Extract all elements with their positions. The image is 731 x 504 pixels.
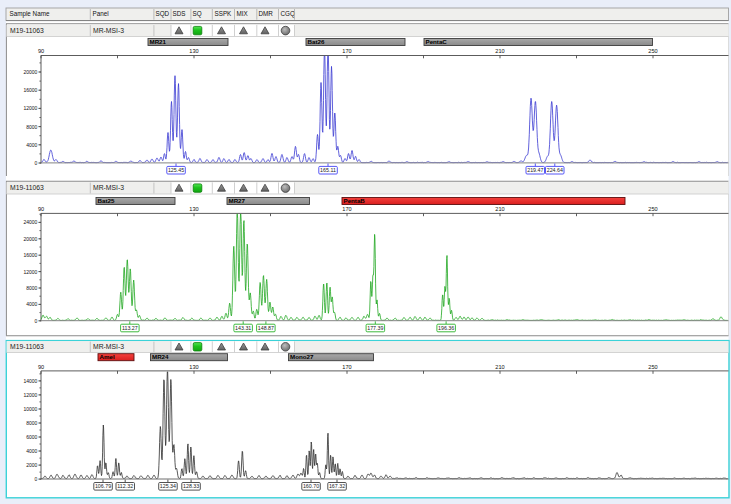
svg-text:8000: 8000 <box>26 420 37 426</box>
svg-text:210: 210 <box>495 48 504 54</box>
svg-text:14000: 14000 <box>23 378 37 384</box>
svg-text:SDS: SDS <box>173 10 186 17</box>
svg-text:143.31: 143.31 <box>235 325 251 331</box>
svg-text:4000: 4000 <box>26 142 37 148</box>
svg-text:250: 250 <box>648 364 657 370</box>
svg-text:Bat26: Bat26 <box>308 38 325 45</box>
svg-text:170: 170 <box>342 364 351 370</box>
svg-text:10000: 10000 <box>23 406 37 412</box>
svg-text:130: 130 <box>189 48 198 54</box>
svg-text:Bat25: Bat25 <box>98 197 115 204</box>
svg-text:MIX: MIX <box>237 10 249 17</box>
svg-text:250: 250 <box>648 48 657 54</box>
svg-text:170: 170 <box>342 48 351 54</box>
svg-text:12000: 12000 <box>23 392 37 398</box>
svg-text:6000: 6000 <box>26 434 37 440</box>
svg-text:148.87: 148.87 <box>258 325 274 331</box>
svg-text:219.47: 219.47 <box>527 167 543 173</box>
svg-text:MR-MSI-3: MR-MSI-3 <box>93 184 124 191</box>
svg-text:Amel: Amel <box>100 353 115 360</box>
svg-text:128.33: 128.33 <box>183 483 199 489</box>
svg-text:DMR: DMR <box>259 10 274 17</box>
svg-text:0: 0 <box>35 160 38 166</box>
svg-text:M19-11063: M19-11063 <box>10 184 44 191</box>
svg-text:0: 0 <box>35 476 38 482</box>
svg-text:106.79: 106.79 <box>95 483 111 489</box>
svg-text:SQ: SQ <box>193 10 202 18</box>
svg-text:113.27: 113.27 <box>122 325 138 331</box>
svg-text:8000: 8000 <box>26 285 37 291</box>
svg-text:125.34: 125.34 <box>160 483 176 489</box>
svg-text:MR24: MR24 <box>152 353 169 360</box>
svg-text:SSPK: SSPK <box>215 10 233 17</box>
svg-text:4000: 4000 <box>26 301 37 307</box>
svg-text:20000: 20000 <box>23 69 37 75</box>
svg-text:16000: 16000 <box>23 252 37 258</box>
svg-text:210: 210 <box>495 364 504 370</box>
svg-text:196.36: 196.36 <box>438 325 454 331</box>
svg-text:112.32: 112.32 <box>117 483 133 489</box>
svg-text:130: 130 <box>189 364 198 370</box>
svg-text:M19-11063: M19-11063 <box>10 27 44 34</box>
svg-text:8000: 8000 <box>26 124 37 130</box>
svg-text:MR27: MR27 <box>229 197 246 204</box>
svg-text:Sample Name: Sample Name <box>10 10 50 18</box>
svg-text:16000: 16000 <box>23 87 37 93</box>
svg-text:90: 90 <box>38 364 44 370</box>
svg-text:165.11: 165.11 <box>320 167 336 173</box>
svg-text:90: 90 <box>38 206 44 212</box>
svg-text:12000: 12000 <box>23 269 37 275</box>
svg-text:MR-MSI-3: MR-MSI-3 <box>93 343 124 350</box>
svg-text:0: 0 <box>35 318 38 324</box>
svg-text:MR-MSI-3: MR-MSI-3 <box>93 27 124 34</box>
svg-text:Mono27: Mono27 <box>290 353 314 360</box>
svg-text:Panel: Panel <box>93 10 109 17</box>
svg-text:90: 90 <box>38 48 44 54</box>
svg-text:2000: 2000 <box>26 462 37 468</box>
svg-text:250: 250 <box>648 206 657 212</box>
svg-text:PentaB: PentaB <box>344 197 366 204</box>
svg-text:MR21: MR21 <box>150 38 167 45</box>
svg-text:PentaC: PentaC <box>426 38 448 45</box>
svg-text:SQD: SQD <box>156 10 170 18</box>
svg-text:167.32: 167.32 <box>329 483 345 489</box>
svg-text:4000: 4000 <box>26 448 37 454</box>
svg-text:160.70: 160.70 <box>303 483 319 489</box>
svg-text:130: 130 <box>189 206 198 212</box>
svg-text:24000: 24000 <box>23 219 37 225</box>
svg-text:CGQ: CGQ <box>281 10 295 18</box>
svg-text:177.39: 177.39 <box>367 325 383 331</box>
svg-text:M19-11063: M19-11063 <box>10 343 44 350</box>
svg-text:125.45: 125.45 <box>168 167 184 173</box>
svg-text:210: 210 <box>495 206 504 212</box>
svg-text:12000: 12000 <box>23 105 37 111</box>
svg-text:224.64: 224.64 <box>547 167 563 173</box>
svg-text:170: 170 <box>342 206 351 212</box>
svg-text:20000: 20000 <box>23 236 37 242</box>
